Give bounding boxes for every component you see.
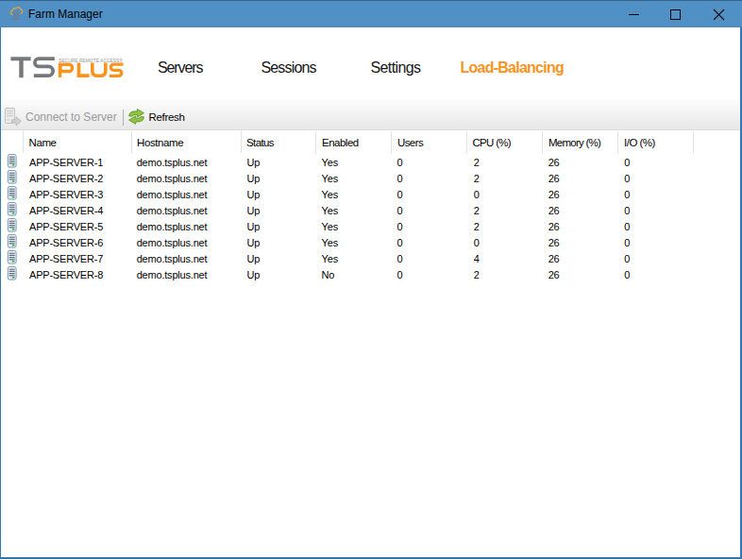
svg-text:SECURE REMOTE ACCESS®: SECURE REMOTE ACCESS® [59,58,124,63]
